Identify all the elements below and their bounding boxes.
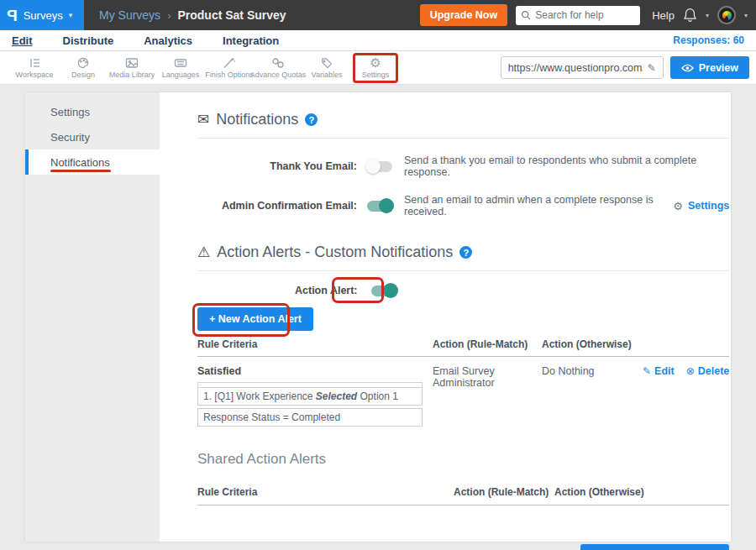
col-action-otherwise: Action (Otherwise) (554, 486, 729, 498)
thank-you-email-description: Send a thank you email to respondents wh… (404, 155, 729, 178)
breadcrumb-current: Product Sat Survey (177, 8, 286, 22)
chain-links-icon (271, 57, 285, 69)
eye-icon (681, 64, 694, 72)
edit-toolbar: Workspace Design Media Library Languages… (0, 51, 756, 85)
col-rule-criteria: Rule Criteria (197, 338, 433, 350)
edit-icon: ✎ (643, 365, 651, 377)
toolbar-languages[interactable]: Languages (156, 51, 205, 84)
tab-edit[interactable]: Edit (12, 34, 33, 47)
brand-menu[interactable]: P Surveys ▾ (0, 0, 84, 30)
toolbar-label: Finish Options (205, 71, 254, 79)
toolbar-media-library[interactable]: Media Library (108, 51, 156, 84)
sidebar-item-notifications[interactable]: Notifications (25, 149, 160, 175)
toolbar-label: Languages (162, 71, 200, 79)
edit-alert-link[interactable]: ✎Edit (643, 365, 675, 377)
shared-alerts-title: Shared Action Alerts (197, 451, 729, 468)
new-notification-group-button[interactable]: + New Notification Group (580, 544, 730, 550)
breadcrumb-separator-icon: › (167, 9, 171, 22)
sidebar-item-security[interactable]: Security (25, 124, 160, 149)
criteria-item-2: Response Status = Completed (197, 408, 423, 427)
action-alert-toggle[interactable] (371, 285, 396, 296)
responses-count[interactable]: Responses: 60 (673, 34, 744, 46)
caret-down-icon: ▾ (69, 11, 73, 19)
toolbar-label: Design (71, 71, 95, 79)
annotation-notifications-underline (50, 170, 111, 172)
admin-confirmation-label: Admin Confirmation Email: (197, 200, 357, 212)
toolbar-label: Media Library (109, 71, 155, 79)
breadcrumb-parent[interactable]: My Surveys (99, 8, 160, 22)
toolbar-design[interactable]: Design (59, 51, 108, 84)
settings-link-label: Settings (688, 200, 729, 212)
help-icon[interactable]: ? (305, 113, 318, 126)
action-otherwise-cell: Do Nothing (542, 365, 643, 429)
action-alerts-section-title: ⚠ Action Alerts - Custom Notifications ? (197, 236, 729, 270)
sidebar-item-label: Security (50, 131, 90, 144)
toolbar-label: Settings (362, 71, 390, 79)
wand-icon (223, 57, 236, 69)
toolbar-settings[interactable]: ⚙ Settings (351, 51, 400, 84)
new-action-alert-wrap: + New Action Alert (197, 307, 313, 331)
notifications-content: ✉ Notifications ? Thank You Email: Send … (160, 92, 750, 542)
toolbar-finish-options[interactable]: Finish Options (205, 51, 254, 84)
tag-icon (320, 57, 333, 69)
help-link[interactable]: Help (652, 9, 675, 22)
admin-confirmation-row: Admin Confirmation Email: Send an email … (197, 194, 729, 217)
shared-alerts-table-header: Rule Criteria Action (Rule-Match) Action… (197, 486, 729, 505)
criteria-item-1: 1. [Q1] Work Experience Selected Option … (197, 387, 423, 406)
rule-status: Satisfied (197, 365, 433, 377)
questionpro-logo-icon: P (7, 8, 18, 24)
edit-label: Edit (654, 365, 675, 377)
col-action-match: Action (Rule-Match) (433, 338, 542, 350)
thank-you-email-row: Thank You Email: Send a thank you email … (197, 155, 729, 178)
action-alert-row: Satisfied 1. [Q1] Work Experience Select… (197, 357, 729, 429)
preview-button-label: Preview (699, 62, 738, 74)
notifications-bell-icon[interactable] (683, 8, 697, 23)
help-search-input[interactable] (535, 9, 627, 21)
bell-caret-icon[interactable]: ▾ (706, 12, 709, 19)
survey-url-input[interactable] (508, 62, 643, 74)
criteria-emphasis: Selected (316, 390, 357, 402)
settings-sidebar: Settings Security Notifications (25, 92, 160, 542)
preview-button[interactable]: Preview (670, 56, 749, 79)
criteria-text: Option 1 (357, 390, 398, 402)
notification-groups-bar: Notification Groups ? + New Notification… (197, 544, 729, 550)
delete-alert-link[interactable]: ⊗Delete (686, 365, 730, 377)
image-icon (125, 57, 139, 69)
toolbar-variables[interactable]: Variables (302, 51, 351, 84)
action-alert-label: Action Alert: (295, 285, 358, 296)
palette-icon (76, 57, 90, 69)
tab-distribute[interactable]: Distribute (63, 34, 114, 47)
avatar-caret-icon[interactable]: ▾ (744, 12, 748, 19)
toolbar-workspace[interactable]: Workspace (10, 51, 59, 84)
row-actions: ✎Edit ⊗Delete (643, 365, 729, 429)
section-title-text: Notifications (216, 111, 298, 128)
toggle-knob (379, 198, 394, 213)
survey-url-box[interactable]: ✎ (501, 56, 664, 79)
col-action-otherwise: Action (Otherwise) (542, 338, 643, 350)
upgrade-now-button[interactable]: Upgrade Now (420, 4, 508, 26)
toolbar-advance-quotas[interactable]: Advance Quotas (254, 51, 302, 84)
notifications-section-title: ✉ Notifications ? (197, 103, 729, 138)
help-search-box[interactable] (516, 6, 640, 25)
page-background: Settings Security Notifications ✉ Notifi… (0, 85, 756, 550)
tab-integration[interactable]: Integration (223, 34, 279, 47)
brand-menu-label: Surveys (24, 9, 63, 22)
help-icon[interactable]: ? (459, 246, 472, 259)
workspace-icon (28, 57, 41, 69)
admin-email-settings-link[interactable]: ⚙ Settings (673, 200, 729, 212)
thank-you-email-toggle[interactable] (367, 161, 392, 172)
module-nav: Edit Distribute Analytics Integration Re… (0, 30, 756, 51)
delete-label: Delete (698, 365, 730, 377)
edit-url-icon[interactable]: ✎ (648, 62, 656, 74)
rule-criteria-cell: Satisfied 1. [Q1] Work Experience Select… (197, 365, 433, 429)
keyboard-icon (174, 57, 187, 69)
tab-analytics[interactable]: Analytics (144, 34, 192, 47)
admin-confirmation-toggle[interactable] (367, 201, 392, 212)
settings-card: Settings Security Notifications ✉ Notifi… (25, 92, 731, 542)
section-title-text: Action Alerts - Custom Notifications (217, 244, 453, 261)
breadcrumb: My Surveys › Product Sat Survey (99, 8, 286, 22)
user-avatar[interactable] (717, 6, 736, 24)
sidebar-item-settings[interactable]: Settings (25, 99, 160, 124)
admin-confirmation-description: Send an email to admin when a complete r… (404, 194, 673, 217)
new-action-alert-button[interactable]: + New Action Alert (197, 307, 313, 331)
